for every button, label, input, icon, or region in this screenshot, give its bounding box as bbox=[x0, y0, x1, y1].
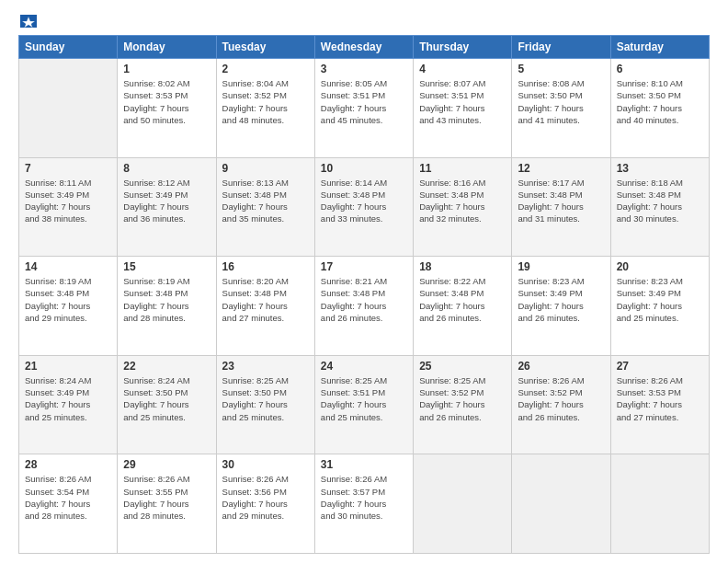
calendar-cell: 14Sunrise: 8:19 AM Sunset: 3:48 PM Dayli… bbox=[19, 257, 118, 356]
day-info: Sunrise: 8:23 AM Sunset: 3:49 PM Dayligh… bbox=[518, 275, 604, 324]
day-number: 27 bbox=[617, 360, 703, 373]
weekday-header-sunday: Sunday bbox=[19, 36, 118, 59]
day-number: 16 bbox=[222, 260, 309, 273]
calendar-cell: 12Sunrise: 8:17 AM Sunset: 3:48 PM Dayli… bbox=[512, 157, 610, 257]
day-info: Sunrise: 8:16 AM Sunset: 3:48 PM Dayligh… bbox=[419, 177, 506, 225]
day-number: 29 bbox=[123, 458, 210, 471]
day-info: Sunrise: 8:26 AM Sunset: 3:56 PM Dayligh… bbox=[222, 473, 309, 522]
calendar-cell bbox=[19, 59, 118, 158]
weekday-header-thursday: Thursday bbox=[414, 36, 512, 59]
day-info: Sunrise: 8:26 AM Sunset: 3:55 PM Dayligh… bbox=[123, 473, 210, 522]
day-number: 25 bbox=[419, 360, 506, 373]
day-info: Sunrise: 8:08 AM Sunset: 3:50 PM Dayligh… bbox=[518, 77, 604, 126]
calendar-cell: 25Sunrise: 8:25 AM Sunset: 3:52 PM Dayli… bbox=[414, 355, 512, 454]
calendar-header: SundayMondayTuesdayWednesdayThursdayFrid… bbox=[19, 36, 710, 59]
calendar-cell: 5Sunrise: 8:08 AM Sunset: 3:50 PM Daylig… bbox=[512, 59, 610, 158]
calendar-cell: 26Sunrise: 8:26 AM Sunset: 3:52 PM Dayli… bbox=[512, 355, 610, 454]
calendar-cell: 2Sunrise: 8:04 AM Sunset: 3:52 PM Daylig… bbox=[216, 59, 314, 158]
calendar-cell: 9Sunrise: 8:13 AM Sunset: 3:48 PM Daylig… bbox=[216, 157, 314, 257]
calendar-cell: 1Sunrise: 8:02 AM Sunset: 3:53 PM Daylig… bbox=[118, 59, 216, 158]
calendar-cell: 30Sunrise: 8:26 AM Sunset: 3:56 PM Dayli… bbox=[216, 454, 314, 554]
day-info: Sunrise: 8:25 AM Sunset: 3:50 PM Dayligh… bbox=[222, 374, 309, 423]
day-info: Sunrise: 8:04 AM Sunset: 3:52 PM Dayligh… bbox=[222, 77, 309, 126]
day-info: Sunrise: 8:26 AM Sunset: 3:53 PM Dayligh… bbox=[617, 374, 703, 423]
day-info: Sunrise: 8:02 AM Sunset: 3:53 PM Dayligh… bbox=[123, 77, 210, 126]
calendar-cell: 21Sunrise: 8:24 AM Sunset: 3:49 PM Dayli… bbox=[19, 355, 118, 454]
day-info: Sunrise: 8:17 AM Sunset: 3:48 PM Dayligh… bbox=[518, 177, 604, 225]
day-info: Sunrise: 8:14 AM Sunset: 3:48 PM Dayligh… bbox=[321, 177, 407, 225]
calendar-cell bbox=[610, 454, 709, 554]
day-info: Sunrise: 8:19 AM Sunset: 3:48 PM Dayligh… bbox=[25, 275, 111, 324]
calendar-cell: 28Sunrise: 8:26 AM Sunset: 3:54 PM Dayli… bbox=[19, 454, 118, 554]
calendar-cell: 24Sunrise: 8:25 AM Sunset: 3:51 PM Dayli… bbox=[314, 355, 413, 454]
day-info: Sunrise: 8:19 AM Sunset: 3:48 PM Dayligh… bbox=[123, 275, 210, 324]
week-row-4: 28Sunrise: 8:26 AM Sunset: 3:54 PM Dayli… bbox=[19, 454, 710, 554]
calendar-cell: 22Sunrise: 8:24 AM Sunset: 3:50 PM Dayli… bbox=[118, 355, 216, 454]
weekday-header-wednesday: Wednesday bbox=[314, 36, 413, 59]
day-info: Sunrise: 8:26 AM Sunset: 3:54 PM Dayligh… bbox=[25, 473, 111, 522]
week-row-0: 1Sunrise: 8:02 AM Sunset: 3:53 PM Daylig… bbox=[19, 59, 710, 158]
calendar-cell: 13Sunrise: 8:18 AM Sunset: 3:48 PM Dayli… bbox=[610, 157, 709, 257]
weekday-header-saturday: Saturday bbox=[610, 36, 709, 59]
calendar-cell: 29Sunrise: 8:26 AM Sunset: 3:55 PM Dayli… bbox=[118, 454, 216, 554]
calendar-cell: 7Sunrise: 8:11 AM Sunset: 3:49 PM Daylig… bbox=[19, 157, 118, 257]
day-info: Sunrise: 8:26 AM Sunset: 3:57 PM Dayligh… bbox=[321, 473, 407, 522]
day-number: 28 bbox=[25, 458, 111, 471]
weekday-header-friday: Friday bbox=[512, 36, 610, 59]
day-number: 21 bbox=[25, 360, 111, 373]
day-info: Sunrise: 8:11 AM Sunset: 3:49 PM Dayligh… bbox=[25, 177, 111, 225]
calendar-cell: 18Sunrise: 8:22 AM Sunset: 3:48 PM Dayli… bbox=[414, 257, 512, 356]
day-info: Sunrise: 8:13 AM Sunset: 3:48 PM Dayligh… bbox=[222, 177, 309, 225]
day-number: 1 bbox=[123, 63, 210, 75]
calendar-cell: 19Sunrise: 8:23 AM Sunset: 3:49 PM Dayli… bbox=[512, 257, 610, 356]
day-number: 15 bbox=[123, 260, 210, 273]
day-number: 9 bbox=[222, 162, 309, 175]
calendar-table: SundayMondayTuesdayWednesdayThursdayFrid… bbox=[18, 35, 710, 554]
day-info: Sunrise: 8:25 AM Sunset: 3:51 PM Dayligh… bbox=[321, 374, 407, 423]
calendar-cell: 27Sunrise: 8:26 AM Sunset: 3:53 PM Dayli… bbox=[610, 355, 709, 454]
day-number: 12 bbox=[518, 162, 604, 175]
weekday-header-tuesday: Tuesday bbox=[216, 36, 314, 59]
day-number: 13 bbox=[617, 162, 703, 175]
day-info: Sunrise: 8:10 AM Sunset: 3:50 PM Dayligh… bbox=[617, 77, 703, 126]
logo-flag-icon bbox=[20, 15, 37, 28]
day-info: Sunrise: 8:21 AM Sunset: 3:48 PM Dayligh… bbox=[321, 275, 407, 324]
day-info: Sunrise: 8:26 AM Sunset: 3:52 PM Dayligh… bbox=[518, 374, 604, 423]
day-info: Sunrise: 8:22 AM Sunset: 3:48 PM Dayligh… bbox=[419, 275, 506, 324]
day-number: 7 bbox=[25, 162, 111, 175]
day-number: 17 bbox=[321, 260, 407, 273]
page: SundayMondayTuesdayWednesdayThursdayFrid… bbox=[0, 0, 728, 563]
week-row-3: 21Sunrise: 8:24 AM Sunset: 3:49 PM Dayli… bbox=[19, 355, 710, 454]
weekday-header-monday: Monday bbox=[118, 36, 216, 59]
week-row-2: 14Sunrise: 8:19 AM Sunset: 3:48 PM Dayli… bbox=[19, 257, 710, 356]
day-info: Sunrise: 8:23 AM Sunset: 3:49 PM Dayligh… bbox=[617, 275, 703, 324]
calendar-cell: 6Sunrise: 8:10 AM Sunset: 3:50 PM Daylig… bbox=[610, 59, 709, 158]
calendar-cell: 23Sunrise: 8:25 AM Sunset: 3:50 PM Dayli… bbox=[216, 355, 314, 454]
header bbox=[18, 17, 710, 26]
calendar-cell bbox=[512, 454, 610, 554]
calendar-cell: 17Sunrise: 8:21 AM Sunset: 3:48 PM Dayli… bbox=[314, 257, 413, 356]
day-info: Sunrise: 8:18 AM Sunset: 3:48 PM Dayligh… bbox=[617, 177, 703, 225]
calendar-cell: 11Sunrise: 8:16 AM Sunset: 3:48 PM Dayli… bbox=[414, 157, 512, 257]
day-number: 31 bbox=[321, 458, 407, 471]
day-number: 11 bbox=[419, 162, 506, 175]
day-number: 24 bbox=[321, 360, 407, 373]
calendar-cell: 15Sunrise: 8:19 AM Sunset: 3:48 PM Dayli… bbox=[118, 257, 216, 356]
day-number: 5 bbox=[518, 63, 604, 75]
day-number: 14 bbox=[25, 260, 111, 273]
day-number: 19 bbox=[518, 260, 604, 273]
weekday-header-row: SundayMondayTuesdayWednesdayThursdayFrid… bbox=[19, 36, 710, 59]
logo bbox=[18, 17, 37, 26]
calendar-cell: 4Sunrise: 8:07 AM Sunset: 3:51 PM Daylig… bbox=[414, 59, 512, 158]
calendar-cell: 10Sunrise: 8:14 AM Sunset: 3:48 PM Dayli… bbox=[314, 157, 413, 257]
day-info: Sunrise: 8:20 AM Sunset: 3:48 PM Dayligh… bbox=[222, 275, 309, 324]
day-number: 18 bbox=[419, 260, 506, 273]
day-info: Sunrise: 8:24 AM Sunset: 3:49 PM Dayligh… bbox=[25, 374, 111, 423]
day-number: 8 bbox=[123, 162, 210, 175]
calendar-cell: 3Sunrise: 8:05 AM Sunset: 3:51 PM Daylig… bbox=[314, 59, 413, 158]
calendar-cell: 31Sunrise: 8:26 AM Sunset: 3:57 PM Dayli… bbox=[314, 454, 413, 554]
calendar-cell: 8Sunrise: 8:12 AM Sunset: 3:49 PM Daylig… bbox=[118, 157, 216, 257]
day-number: 2 bbox=[222, 63, 309, 75]
day-number: 10 bbox=[321, 162, 407, 175]
day-info: Sunrise: 8:07 AM Sunset: 3:51 PM Dayligh… bbox=[419, 77, 506, 126]
